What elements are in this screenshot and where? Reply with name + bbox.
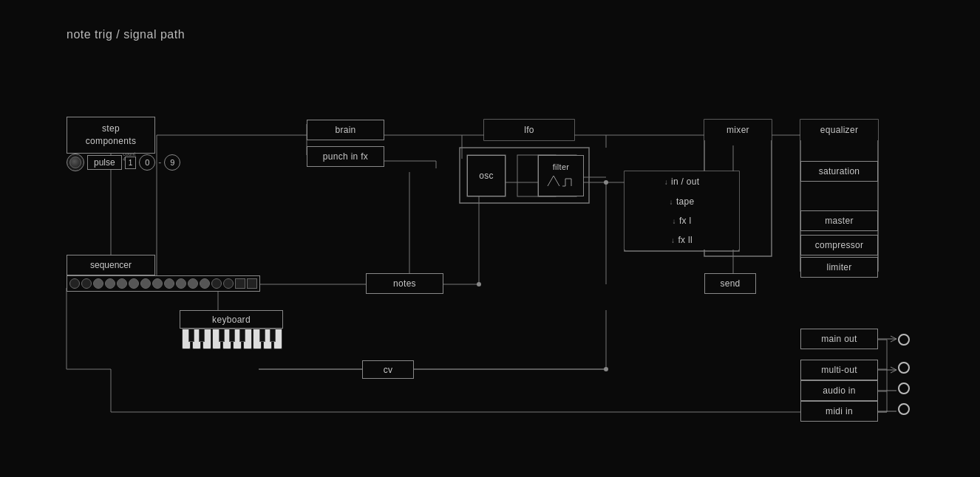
- page-title: note trig / signal path: [67, 28, 185, 41]
- compressor-box: compressor: [800, 235, 878, 255]
- step-btn-3[interactable]: [93, 278, 103, 289]
- piano-key-ds2[interactable]: [270, 329, 276, 342]
- step-btn-6[interactable]: [129, 278, 139, 289]
- master-box: master: [800, 210, 878, 231]
- audio-in-box: audio in: [800, 380, 878, 401]
- piano-key-gs[interactable]: [229, 329, 235, 342]
- step-buttons-row: [67, 275, 260, 292]
- brain-box: brain: [307, 120, 384, 140]
- punch-in-fx-box: punch in fx: [307, 146, 384, 167]
- count-box: 1 count 4: [125, 157, 137, 169]
- multi-out-jack: [898, 362, 910, 374]
- piano-key-cs2[interactable]: [259, 329, 265, 342]
- step-btn-15[interactable]: [235, 278, 245, 289]
- svg-point-50: [477, 282, 481, 286]
- tape-box: ↓ tape: [625, 192, 739, 211]
- fx-l-box: ↓ fx l: [625, 211, 739, 230]
- fx-ll-box: ↓ fx ll: [625, 230, 739, 250]
- step-btn-7[interactable]: [140, 278, 151, 289]
- step-btn-1[interactable]: [69, 278, 80, 289]
- audio-in-jack: [898, 382, 910, 394]
- main-out-box: main out: [800, 329, 878, 349]
- in-out-box: ↓ in / out: [625, 171, 739, 192]
- piano-key-fs[interactable]: [219, 329, 225, 342]
- mixer-box: mixer: [704, 120, 772, 140]
- step-btn-10[interactable]: [176, 278, 186, 289]
- svg-point-49: [604, 367, 608, 371]
- step-btn-13[interactable]: [211, 278, 222, 289]
- keyboard-box: keyboard: [180, 310, 283, 329]
- step-btn-5[interactable]: [117, 278, 127, 289]
- step-btn-8[interactable]: [152, 278, 163, 289]
- filter-box: filter: [538, 155, 584, 196]
- step-btn-14[interactable]: [223, 278, 234, 289]
- step-btn-16[interactable]: [247, 278, 257, 289]
- step-btn-12[interactable]: [200, 278, 210, 289]
- piano-key-as[interactable]: [239, 329, 245, 342]
- piano-key-ds[interactable]: [199, 329, 205, 342]
- sequencer-box: sequencer: [67, 255, 155, 275]
- midi-in-box: midi in: [800, 401, 878, 422]
- pulse-row: pulse 1 count 4 0 - 9: [67, 154, 180, 171]
- send-box: send: [704, 273, 756, 294]
- range-end-btn[interactable]: 9: [164, 154, 180, 171]
- range-start-btn[interactable]: 0: [139, 154, 155, 171]
- multi-out-box: multi-out: [800, 360, 878, 380]
- piano-keys: [182, 329, 282, 349]
- pulse-label: pulse: [87, 155, 122, 170]
- osc-box: osc: [467, 155, 506, 196]
- limiter-box: limiter: [800, 257, 878, 278]
- equalizer-box: equalizer: [800, 120, 878, 140]
- main-out-jack: [898, 334, 910, 346]
- lfo-box: lfo: [484, 120, 574, 140]
- midi-in-jack: [898, 403, 910, 415]
- svg-point-48: [604, 180, 608, 185]
- step-btn-4[interactable]: [105, 278, 115, 289]
- step-components-box: step components: [67, 117, 155, 154]
- step-btn-11[interactable]: [188, 278, 198, 289]
- notes-box: notes: [366, 273, 443, 294]
- cv-box: cv: [362, 360, 414, 379]
- step-btn-2[interactable]: [81, 278, 92, 289]
- pulse-knob[interactable]: [67, 154, 84, 171]
- piano-key-cs[interactable]: [188, 329, 194, 342]
- step-btn-9[interactable]: [164, 278, 174, 289]
- saturation-box: saturation: [800, 161, 878, 182]
